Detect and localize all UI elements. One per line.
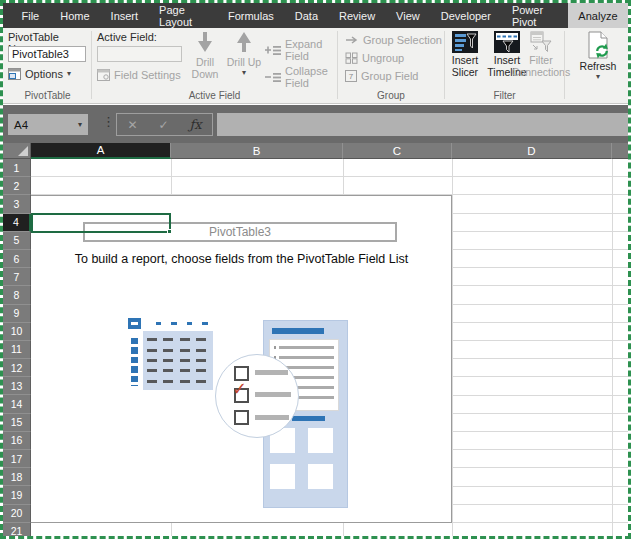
field-list-graphic-area-box xyxy=(270,464,295,489)
column-header[interactable] xyxy=(612,143,628,159)
row-header[interactable]: 4 xyxy=(3,214,31,232)
options-button[interactable]: Options ▾ xyxy=(8,68,71,80)
collapse-field-icon xyxy=(265,72,281,83)
row-header[interactable]: 1 xyxy=(3,159,31,177)
table-graphic-corner xyxy=(128,318,141,329)
active-field-input[interactable] xyxy=(97,46,182,62)
ribbon-group-refresh: Refresh ▾ xyxy=(570,28,626,103)
row-header[interactable]: 10 xyxy=(3,323,31,341)
row-header[interactable]: 6 xyxy=(3,250,31,268)
row-header[interactable]: 9 xyxy=(3,305,31,323)
row-header[interactable]: 21 xyxy=(3,523,31,536)
ungroup-button[interactable]: Ungroup xyxy=(345,52,404,64)
ribbon-group-pivottable: PivotTable Name: PivotTable3 Options ▾ P… xyxy=(5,28,90,103)
ribbon-tab[interactable]: Home xyxy=(50,3,100,28)
insert-slicer-button[interactable]: Insert Slicer xyxy=(447,31,483,79)
pivottable-name-input[interactable]: PivotTable3 xyxy=(8,46,86,62)
ribbon-tab[interactable]: Insert xyxy=(100,3,149,28)
column-header[interactable]: D xyxy=(452,143,612,159)
row-header[interactable]: 16 xyxy=(3,432,31,450)
column-headers: A B C D xyxy=(31,143,628,159)
table-graphic-first-column xyxy=(128,331,141,390)
ribbon-tab[interactable]: Data xyxy=(284,3,328,28)
filter-connections-button[interactable]: Filter Connections xyxy=(518,31,564,79)
formula-input[interactable] xyxy=(217,113,628,136)
row-header[interactable]: 14 xyxy=(3,395,31,413)
ribbon-tab[interactable]: Formulas xyxy=(217,3,284,28)
select-all-triangle-icon xyxy=(18,146,28,156)
ribbon-tab[interactable]: View xyxy=(386,3,431,28)
ribbon-group-filter: Insert Slicer Insert Timeline Filter Con… xyxy=(446,28,563,103)
enter-icon[interactable]: ✓ xyxy=(158,118,168,132)
field-list-graphic-area-box xyxy=(308,464,333,489)
arrow-right-icon xyxy=(345,35,359,45)
row-header[interactable]: 7 xyxy=(3,268,31,286)
options-icon xyxy=(8,68,21,80)
cell-area[interactable]: To build a report, choose fields from th… xyxy=(31,159,628,536)
row-header[interactable]: 3 xyxy=(3,195,31,213)
row-header[interactable]: 20 xyxy=(3,505,31,523)
row-header[interactable]: 5 xyxy=(3,232,31,250)
timeline-icon xyxy=(494,31,520,53)
checkbox-label-bar xyxy=(255,392,291,397)
row-header[interactable]: 18 xyxy=(3,468,31,486)
ribbon-tab[interactable]: Analyze xyxy=(568,3,628,28)
name-box-caret-icon[interactable]: ▾ xyxy=(78,121,82,129)
ungroup-icon xyxy=(345,52,358,64)
column-header[interactable]: A xyxy=(31,143,171,159)
ribbon-separator xyxy=(444,31,445,99)
group-label-filter: Filter xyxy=(446,90,563,101)
row-header[interactable]: 12 xyxy=(3,359,31,377)
row-header[interactable]: 15 xyxy=(3,414,31,432)
field-settings-icon xyxy=(97,69,110,81)
row-header[interactable]: 19 xyxy=(3,486,31,504)
collapse-field-button[interactable]: Collapse Field xyxy=(265,65,336,89)
excel-window: FileHomeInsertPage LayoutFormulasDataRev… xyxy=(0,0,631,539)
refresh-icon xyxy=(585,31,611,59)
drill-down-arrow-icon xyxy=(195,31,215,55)
ribbon-tab[interactable]: Power Pivot xyxy=(501,3,567,28)
column-header[interactable]: B xyxy=(171,143,343,159)
row-header[interactable]: 11 xyxy=(3,341,31,359)
field-list-graphic-blue-bar xyxy=(292,416,325,421)
drill-down-button[interactable]: Drill Down xyxy=(185,31,225,81)
ribbon-separator xyxy=(337,31,338,99)
ribbon-group-active-field: Active Field: Field Settings Drill Down … xyxy=(93,28,336,103)
column-header[interactable]: C xyxy=(343,143,452,159)
name-box[interactable]: A4 ▾ xyxy=(8,114,88,135)
ribbon-separator xyxy=(564,31,565,99)
row-header[interactable]: 2 xyxy=(3,177,31,195)
refresh-caret-icon: ▾ xyxy=(596,73,600,81)
ribbon-tab[interactable]: Review xyxy=(329,3,386,28)
formula-bar: A4 ▾ ⋮ ✕ ✓ ƒx xyxy=(3,105,628,143)
group-field-icon: 7 xyxy=(345,70,357,82)
slicer-icon xyxy=(452,31,478,53)
row-header[interactable]: 13 xyxy=(3,377,31,395)
checkbox-icon xyxy=(234,410,249,425)
group-selection-button[interactable]: Group Selection xyxy=(345,34,442,46)
selected-cell-outline xyxy=(31,213,171,233)
ribbon-tab-bar: FileHomeInsertPage LayoutFormulasDataRev… xyxy=(3,3,628,28)
ribbon-tab[interactable]: Page Layout xyxy=(149,3,218,28)
row-header[interactable]: 17 xyxy=(3,450,31,468)
refresh-button[interactable]: Refresh ▾ xyxy=(574,31,622,81)
active-field-label: Active Field: xyxy=(97,31,157,43)
formula-buttons: ✕ ✓ ƒx xyxy=(116,113,213,136)
table-graphic-header-row xyxy=(143,318,213,329)
drill-up-arrow-icon xyxy=(234,31,254,55)
drill-up-button[interactable]: Drill Up ▾ xyxy=(225,31,263,77)
checkbox-label-bar xyxy=(255,415,289,420)
expand-field-button[interactable]: Expand Field xyxy=(265,38,336,62)
row-header[interactable]: 8 xyxy=(3,286,31,304)
fill-handle[interactable] xyxy=(167,229,172,234)
group-field-button[interactable]: 7 Group Field xyxy=(345,70,418,82)
ribbon-tab[interactable]: Developer xyxy=(430,3,501,28)
field-settings-button[interactable]: Field Settings xyxy=(97,69,181,81)
insert-function-icon[interactable]: ƒx xyxy=(189,117,201,132)
gridline xyxy=(452,159,453,536)
ribbon-tab[interactable]: File xyxy=(11,3,50,28)
cancel-icon[interactable]: ✕ xyxy=(127,118,137,132)
select-all-corner[interactable] xyxy=(3,143,31,159)
group-label-pivottable: PivotTable xyxy=(5,90,90,101)
red-checkmark-icon: ✓ xyxy=(232,380,247,398)
